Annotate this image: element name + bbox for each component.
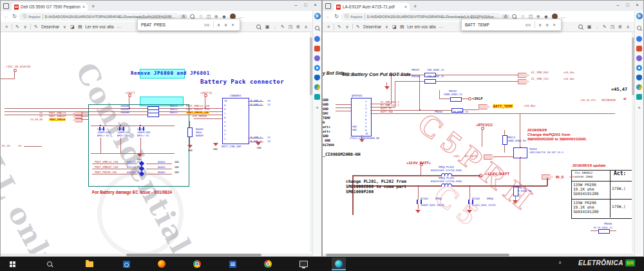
- sidebar-drop-icon[interactable]: [314, 94, 320, 100]
- chevron-down-icon[interactable]: ∨: [61, 24, 68, 30]
- window-maximize-button[interactable]: □: [301, 1, 310, 10]
- sidebar-tools-icon[interactable]: [636, 65, 642, 71]
- file-explorer-icon[interactable]: [82, 257, 97, 270]
- toc-menu-icon[interactable]: ≡: [325, 24, 332, 29]
- bing-chat-icon[interactable]: b: [636, 13, 643, 19]
- pdf-page[interactable]: DELL onlyConfidential+VDC_IN_ACAVINRemov…: [1, 32, 312, 256]
- gear-icon[interactable]: ⚙: [294, 24, 302, 30]
- gear-icon[interactable]: ⚙: [616, 24, 624, 30]
- save-icon[interactable]: ↓: [271, 24, 279, 29]
- draw-pen-icon[interactable]: ✎: [32, 24, 40, 30]
- search-icon[interactable]: [512, 14, 516, 19]
- find-next-button[interactable]: ∨: [544, 23, 551, 28]
- info-icon[interactable]: ⓘ: [345, 14, 348, 19]
- info-icon[interactable]: ⓘ: [23, 14, 26, 19]
- firefox-icon[interactable]: [155, 257, 169, 270]
- eraser-icon[interactable]: ◪: [68, 24, 76, 30]
- highlighter-icon[interactable]: ✎: [14, 24, 21, 30]
- draw-pen-icon[interactable]: ✎: [354, 24, 362, 30]
- sidebar-onedrive-icon[interactable]: [314, 75, 320, 80]
- chevron-down-icon[interactable]: ∨: [383, 24, 390, 30]
- back-icon[interactable]: ←: [2, 14, 10, 19]
- find-query[interactable]: BATT_TEMP: [465, 23, 523, 27]
- chevron-down-icon[interactable]: ∨: [21, 24, 29, 30]
- eraser-icon[interactable]: ◪: [390, 24, 398, 30]
- horizontal-scrollbar[interactable]: [323, 254, 634, 256]
- chevron-down-icon[interactable]: ∨: [343, 24, 351, 30]
- toc-menu-icon[interactable]: ≡: [3, 24, 10, 29]
- sidebar-designer-icon[interactable]: [314, 84, 320, 90]
- word-icon[interactable]: [225, 257, 240, 270]
- scrollbar-thumb[interactable]: [126, 254, 261, 256]
- page-view-icon[interactable]: ▤: [76, 24, 84, 30]
- tray-expand-icon[interactable]: ∧: [558, 260, 562, 265]
- find-query[interactable]: PBAT_PRES: [141, 23, 202, 27]
- zoom-icon[interactable]: [578, 24, 583, 29]
- sidebar-games-icon[interactable]: [636, 55, 642, 61]
- sidebar-drop-icon[interactable]: [636, 94, 642, 100]
- settings-dots-icon[interactable]: …: [560, 14, 567, 19]
- highlighter-icon[interactable]: ✎: [336, 24, 343, 30]
- window-close-button[interactable]: ×: [310, 1, 320, 10]
- window-maximize-button[interactable]: □: [623, 1, 632, 10]
- search-icon[interactable]: [190, 14, 194, 19]
- draw-label[interactable]: Desenhar: [41, 24, 59, 29]
- window-minimize-button[interactable]: –: [291, 1, 301, 10]
- tab-search-icon[interactable]: [3, 3, 9, 9]
- find-next-button[interactable]: ∨: [222, 23, 229, 28]
- settings-dots-icon[interactable]: …: [238, 14, 245, 19]
- tab-close-icon[interactable]: ×: [82, 5, 85, 9]
- page-view-icon[interactable]: ▤: [398, 24, 406, 30]
- read-aloud-label[interactable]: Ler em voz alta: [407, 24, 435, 29]
- bing-chat-icon[interactable]: b: [314, 13, 321, 19]
- fullscreen-icon[interactable]: ◳: [287, 24, 294, 30]
- find-previous-button[interactable]: ∧: [215, 23, 222, 28]
- outlook-icon[interactable]: [119, 257, 133, 270]
- read-aloud-icon[interactable]: A: [502, 14, 509, 19]
- sidebar-shopping-icon[interactable]: [636, 46, 642, 51]
- refresh-icon[interactable]: ↻: [332, 14, 341, 19]
- tab-close-icon[interactable]: ×: [404, 5, 407, 9]
- collapse-toolbar-icon[interactable]: ∧: [624, 24, 632, 30]
- print-icon[interactable]: ▣: [263, 24, 271, 30]
- save-icon[interactable]: ↓: [593, 24, 601, 29]
- find-close-button[interactable]: ×: [551, 23, 558, 27]
- edit-icon[interactable]: ✎: [279, 24, 287, 30]
- fullscreen-icon[interactable]: ◳: [609, 24, 616, 30]
- tab-search-icon[interactable]: [325, 3, 331, 9]
- sidebar-search-icon[interactable]: [315, 26, 319, 30]
- browser-tab[interactable]: LA-E911P Acer A715-71.pdf ×: [334, 3, 410, 11]
- new-tab-button[interactable]: +: [91, 3, 95, 10]
- sidebar-onedrive-icon[interactable]: [636, 75, 642, 80]
- find-close-button[interactable]: ×: [229, 23, 236, 27]
- find-previous-button[interactable]: ∧: [536, 23, 544, 28]
- collapse-toolbar-icon[interactable]: ∧: [302, 24, 310, 30]
- sidebar-games-icon[interactable]: [314, 55, 320, 61]
- edit-icon[interactable]: ✎: [601, 24, 609, 30]
- sidebar-designer-icon[interactable]: [636, 84, 642, 90]
- remote-desktop-icon[interactable]: [296, 257, 310, 270]
- scrollbar-thumb[interactable]: [326, 254, 509, 256]
- sidebar-add-button[interactable]: +: [638, 105, 641, 111]
- zoom-icon[interactable]: [256, 24, 261, 29]
- print-icon[interactable]: ▣: [585, 24, 593, 30]
- taskbar-search-icon[interactable]: [43, 257, 57, 270]
- browser-tab[interactable]: Dell G5 5590 G7 7590 Pegatron ×: [12, 3, 88, 11]
- sidebar-add-button[interactable]: +: [316, 105, 319, 111]
- browser-alt-icon[interactable]: [261, 257, 275, 270]
- sidebar-app-icon[interactable]: [636, 36, 642, 42]
- edge-icon[interactable]: [332, 257, 346, 270]
- draw-label[interactable]: Desenhar: [363, 24, 381, 29]
- sidebar-tools-icon[interactable]: [314, 65, 320, 71]
- horizontal-scrollbar[interactable]: [1, 254, 312, 256]
- refresh-icon[interactable]: ↻: [10, 14, 19, 19]
- read-aloud-label[interactable]: Ler em voz alta: [85, 24, 113, 29]
- window-minimize-button[interactable]: –: [613, 1, 623, 10]
- window-close-button[interactable]: ×: [632, 1, 642, 10]
- sidebar-shopping-icon[interactable]: [314, 46, 320, 51]
- chrome-icon[interactable]: [190, 257, 204, 270]
- new-tab-button[interactable]: +: [413, 3, 417, 10]
- sidebar-search-icon[interactable]: [637, 26, 641, 30]
- start-button[interactable]: [5, 257, 19, 270]
- read-aloud-icon[interactable]: A: [180, 14, 187, 19]
